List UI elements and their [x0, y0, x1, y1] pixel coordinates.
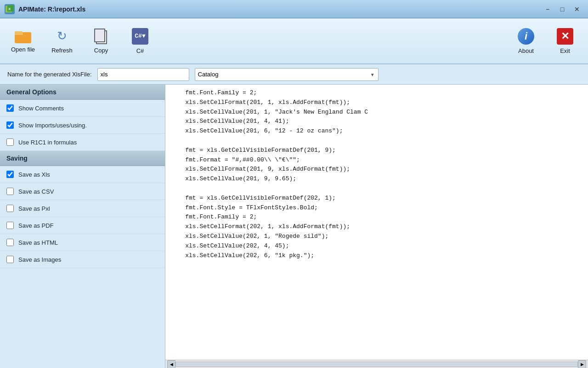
save-images-label: Save as Images [18, 256, 61, 263]
exit-icon: ✕ [557, 28, 573, 45]
horizontal-scroll-track[interactable] [175, 362, 578, 367]
show-imports-checkbox[interactable] [6, 121, 14, 129]
refresh-label: Refresh [51, 47, 73, 54]
refresh-button[interactable]: ↻ Refresh [44, 23, 80, 59]
save-pxl-checkbox[interactable] [6, 205, 14, 212]
general-options-header: General Options [0, 85, 165, 100]
save-pxl-label: Save as Pxl [18, 205, 50, 212]
show-comments-item[interactable]: Show Comments [0, 100, 165, 117]
use-r1c1-checkbox[interactable] [6, 138, 14, 146]
code-display[interactable]: fmt.Font.Family = 2; xls.SetCellFormat(2… [165, 85, 588, 360]
open-file-button[interactable]: Open file [5, 23, 41, 59]
csharp-label: C# [136, 47, 144, 54]
about-label: About [518, 47, 534, 54]
saving-header: Saving [0, 151, 165, 166]
show-imports-label: Show Imports/uses/using. [18, 122, 87, 129]
about-button[interactable]: i About [508, 23, 544, 59]
save-csv-label: Save as CSV [18, 188, 54, 195]
save-pdf-checkbox[interactable] [6, 222, 14, 229]
horizontal-scrollbar[interactable]: ◀ ▶ [165, 360, 588, 368]
save-pdf-item[interactable]: Save as PDF [0, 217, 165, 234]
toolbar-right: i About ✕ Exit [508, 23, 583, 59]
about-icon: i [518, 28, 534, 45]
save-html-label: Save as HTML [18, 239, 58, 246]
toolbar: Open file ↻ Refresh Copy C#▼ C# i About … [0, 18, 588, 64]
exit-label: Exit [560, 47, 570, 54]
save-images-item[interactable]: Save as Images [0, 251, 165, 268]
save-html-item[interactable]: Save as HTML [0, 234, 165, 251]
folder-icon [15, 29, 31, 43]
save-html-checkbox[interactable] [6, 239, 14, 246]
show-comments-checkbox[interactable] [6, 104, 14, 112]
save-pdf-label: Save as PDF [18, 222, 54, 229]
save-images-checkbox[interactable] [6, 256, 14, 263]
close-button[interactable]: ✕ [571, 4, 583, 15]
scroll-right-button[interactable]: ▶ [578, 360, 586, 368]
catalog-wrapper: Catalog [195, 68, 379, 81]
save-csv-checkbox[interactable] [6, 188, 14, 195]
name-bar: Name for the generated XlsFile: Catalog [0, 64, 588, 85]
app-icon: X [5, 4, 15, 14]
refresh-icon: ↻ [54, 29, 70, 44]
use-r1c1-item[interactable]: Use R1C1 in formulas [0, 134, 165, 151]
sidebar: General Options Show Comments Show Impor… [0, 85, 165, 368]
code-area-wrapper: fmt.Font.Family = 2; xls.SetCellFormat(2… [165, 85, 588, 368]
copy-icon [94, 29, 108, 44]
minimize-button[interactable]: − [541, 4, 554, 15]
svg-text:X: X [8, 7, 11, 11]
window-title: APIMate: R:\report.xls [18, 6, 541, 13]
copy-label: Copy [94, 47, 108, 54]
name-for-xls-label: Name for the generated XlsFile: [7, 71, 92, 78]
show-comments-label: Show Comments [18, 105, 64, 112]
save-xls-item[interactable]: Save as Xls [0, 166, 165, 183]
use-r1c1-label: Use R1C1 in formulas [18, 139, 77, 146]
scroll-left-button[interactable]: ◀ [167, 360, 175, 368]
csharp-button[interactable]: C#▼ C# [122, 23, 158, 59]
window-controls: − □ ✕ [541, 4, 583, 15]
title-bar: X APIMate: R:\report.xls − □ ✕ [0, 0, 588, 18]
main-content: General Options Show Comments Show Impor… [0, 85, 588, 368]
copy-button[interactable]: Copy [83, 23, 119, 59]
save-pxl-item[interactable]: Save as Pxl [0, 200, 165, 217]
catalog-select[interactable]: Catalog [195, 68, 379, 81]
maximize-button[interactable]: □ [556, 4, 569, 15]
show-imports-item[interactable]: Show Imports/uses/using. [0, 117, 165, 134]
csharp-icon: C#▼ [132, 28, 148, 45]
exit-button[interactable]: ✕ Exit [547, 23, 583, 59]
save-xls-label: Save as Xls [18, 171, 50, 178]
xls-name-input[interactable] [97, 68, 189, 81]
open-file-label: Open file [11, 46, 35, 53]
save-csv-item[interactable]: Save as CSV [0, 183, 165, 200]
save-xls-checkbox[interactable] [6, 171, 14, 178]
